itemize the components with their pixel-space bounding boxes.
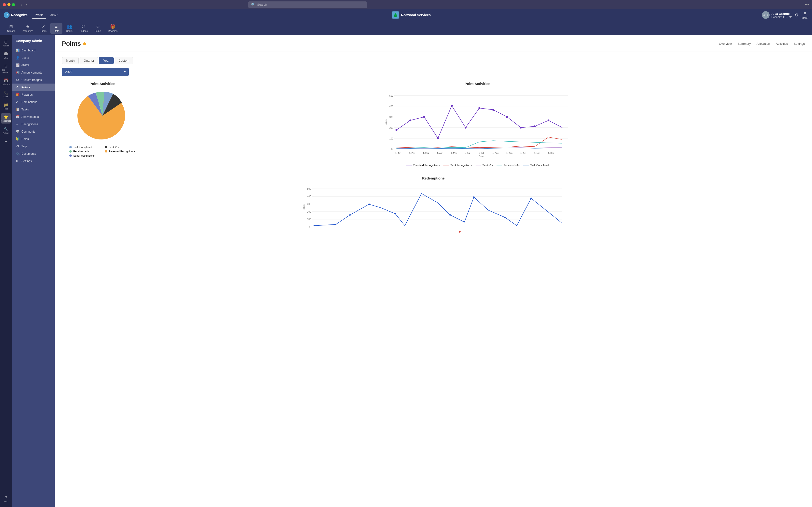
nav-bar: ⊞ Stream ★ Recognize ✓ Tasks ≡ Stats 👥 U… <box>0 21 812 35</box>
sidebar-item-nominations[interactable]: ✓ Nominations <box>12 98 55 106</box>
sidebar-item-recognitions[interactable]: ☆ Recognitions <box>12 120 55 128</box>
r-dot-red <box>459 231 461 233</box>
x-aug: 1. Aug <box>493 152 499 154</box>
sidebar-item-users[interactable]: 👤 Users <box>12 54 55 61</box>
menu-button[interactable]: ≡ Menu <box>802 11 808 19</box>
more-icon: ••• <box>5 140 7 143</box>
nav-fame[interactable]: ☆ Fame <box>92 22 104 34</box>
admin-icon: 🔧 <box>4 127 8 131</box>
tab-year[interactable]: Year <box>99 57 113 64</box>
sidebar-item-files[interactable]: 📁 Files <box>1 101 11 111</box>
users-menu-icon: 👤 <box>16 56 19 59</box>
sidebar-item-recognize[interactable]: ⭐ Recognize <box>1 113 11 123</box>
y-label-400: 400 <box>389 105 393 108</box>
app-logo: R Recognize <box>4 12 28 18</box>
sidebar-item-settings[interactable]: ⚙ Settings <box>12 157 55 165</box>
pie-chart-title: Point Activities <box>62 81 143 86</box>
x-may: 1. May <box>451 152 457 154</box>
sidebar-item-enps[interactable]: 📈 eNPS <box>12 61 55 69</box>
r-y-0: 0 <box>309 226 310 228</box>
dot-rr-oct <box>520 127 522 128</box>
roles-icon: 🔰 <box>16 137 19 141</box>
legend-sent-1s: Sent +1s <box>105 146 136 149</box>
files-icon: 📁 <box>4 103 8 107</box>
users-icon: 👥 <box>67 24 72 29</box>
nav-stats[interactable]: ≡ Stats <box>50 23 62 34</box>
legend-line-received-1s <box>497 165 502 165</box>
x-nov: 1. Nov <box>534 152 541 154</box>
sidebar-item-roles[interactable]: 🔰 Roles <box>12 135 55 143</box>
nav-stream[interactable]: ⊞ Stream <box>4 22 18 34</box>
nav-badges[interactable]: 🛡 Badges <box>76 23 91 34</box>
sidebar-item-teams[interactable]: ⊞ 883 Teams <box>1 62 11 75</box>
sidebar-item-admin[interactable]: 🔧 Admin <box>1 125 11 136</box>
page-header: Points Overview Summary Allocation Activ… <box>55 35 812 51</box>
tab-month[interactable]: Month <box>62 57 79 64</box>
nav-summary[interactable]: Summary <box>738 42 751 46</box>
documents-icon: 📎 <box>16 152 19 156</box>
charts-row: Point Activities <box>62 81 805 167</box>
badges-icon: 🛡 <box>82 24 86 29</box>
sidebar-item-comments[interactable]: 💬 Comments <box>12 128 55 135</box>
maximize-button[interactable] <box>12 3 15 6</box>
nav-allocation[interactable]: Allocation <box>757 42 770 46</box>
tab-profile[interactable]: Profile <box>33 12 46 18</box>
nav-users[interactable]: 👥 Users <box>63 22 76 34</box>
sidebar-item-announcements[interactable]: 📢 Announcements <box>12 69 55 76</box>
minimize-button[interactable] <box>7 3 10 6</box>
year-dropdown[interactable]: 2022 <box>62 68 129 76</box>
legend-text-task-completed: Task Completed <box>530 164 549 167</box>
back-button[interactable]: ‹ <box>19 2 23 7</box>
pie-legend: Task Completed Sent +1s Received +1s <box>69 146 135 157</box>
recognize-icon: ★ <box>26 24 30 29</box>
sidebar-item-documents[interactable]: 📎 Documents <box>12 150 55 157</box>
tab-about[interactable]: About <box>48 12 61 18</box>
page-title-dot <box>83 42 86 45</box>
sidebar-item-points[interactable]: ↗ Points <box>12 83 55 91</box>
nav-settings[interactable]: Settings <box>794 42 805 46</box>
line-chart-wrapper: 0 100 200 300 400 500 Points <box>150 90 805 162</box>
sidebar-item-tags[interactable]: 🏷 Tags <box>12 143 55 150</box>
sidebar-item-chat[interactable]: 💬 Chat <box>1 50 11 60</box>
nav-recognize[interactable]: ★ Recognize <box>18 22 37 34</box>
nav-overview[interactable]: Overview <box>719 42 732 46</box>
line-chart-svg: 0 100 200 300 400 500 Points <box>150 90 805 161</box>
chart-legend: Received Recognitions Sent Recognitions … <box>150 164 805 167</box>
app-logo-icon: R <box>4 12 9 18</box>
close-button[interactable] <box>3 3 6 6</box>
sidebar-item-calendar[interactable]: 📅 Calendar <box>1 77 11 87</box>
x-axis-label: Date <box>478 155 484 158</box>
nav-rewards[interactable]: 🎁 Rewards <box>105 22 120 34</box>
main-layout: ◷ Activity 💬 Chat ⊞ 883 Teams 📅 Calendar… <box>0 35 812 507</box>
nav-tasks[interactable]: ✓ Tasks <box>37 22 50 34</box>
search-input[interactable] <box>257 3 364 6</box>
sidebar-item-tasks[interactable]: 📋 Tasks <box>12 106 55 113</box>
forward-button[interactable]: › <box>24 2 29 7</box>
sidebar-item-help[interactable]: ? Help <box>1 494 11 504</box>
custom-badges-label: Custom Badges <box>21 78 42 81</box>
search-icon: 🔍 <box>251 2 256 7</box>
legend-label-sent-1s: Sent +1s <box>109 146 119 149</box>
tab-quarter[interactable]: Quarter <box>80 57 98 64</box>
sidebar-item-activity[interactable]: ◷ Activity <box>1 38 11 48</box>
dot-rr-dec <box>548 119 549 121</box>
sidebar-item-custom-badges[interactable]: 🏷 Custom Badges <box>12 76 55 83</box>
nav-activities[interactable]: Activities <box>776 42 788 46</box>
sidebar-item-calls[interactable]: 📞 Calls <box>1 89 11 99</box>
tab-custom[interactable]: Custom <box>115 57 134 64</box>
dot-rr-nov <box>534 125 536 127</box>
legend-task-completed: Task Completed <box>69 146 100 149</box>
sidebar-item-rewards[interactable]: 🎁 Rewards <box>12 91 55 98</box>
dot-rr-jul <box>478 107 480 109</box>
settings-icon[interactable]: ⚙ <box>795 12 799 18</box>
search-bar[interactable]: 🔍 <box>248 1 367 8</box>
sidebar-item-more[interactable]: ••• <box>1 138 11 145</box>
sidebar-item-anniversaries[interactable]: 📅 Anniversaries <box>12 113 55 120</box>
sidebar-item-dashboard[interactable]: 📊 Dashboard <box>12 47 55 54</box>
r-dot-7 <box>449 214 451 216</box>
page-title: Points <box>62 40 86 47</box>
main-content: Points Overview Summary Allocation Activ… <box>55 35 812 507</box>
sidebar-admin-label: Admin <box>3 132 9 134</box>
r-dot-10 <box>530 198 532 199</box>
legend-line-received-recognitions <box>406 165 412 165</box>
